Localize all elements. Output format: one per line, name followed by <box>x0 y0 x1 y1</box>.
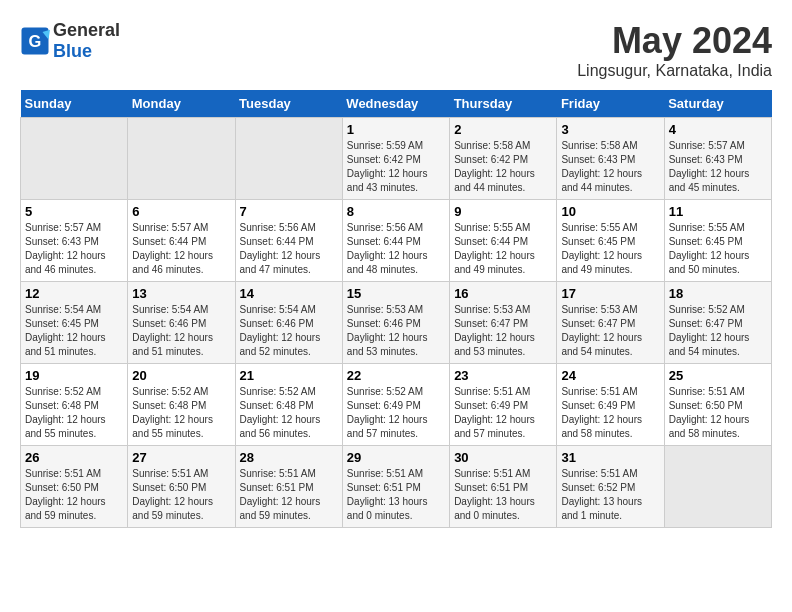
day-number: 1 <box>347 122 445 137</box>
week-row-3: 12Sunrise: 5:54 AM Sunset: 6:45 PM Dayli… <box>21 282 772 364</box>
day-header-saturday: Saturday <box>664 90 771 118</box>
day-info: Sunrise: 5:56 AM Sunset: 6:44 PM Dayligh… <box>240 221 338 277</box>
calendar-cell: 19Sunrise: 5:52 AM Sunset: 6:48 PM Dayli… <box>21 364 128 446</box>
calendar-cell: 11Sunrise: 5:55 AM Sunset: 6:45 PM Dayli… <box>664 200 771 282</box>
svg-text:G: G <box>29 32 42 50</box>
day-info: Sunrise: 5:51 AM Sunset: 6:50 PM Dayligh… <box>132 467 230 523</box>
day-number: 19 <box>25 368 123 383</box>
calendar-cell: 20Sunrise: 5:52 AM Sunset: 6:48 PM Dayli… <box>128 364 235 446</box>
calendar-cell: 1Sunrise: 5:59 AM Sunset: 6:42 PM Daylig… <box>342 118 449 200</box>
day-info: Sunrise: 5:51 AM Sunset: 6:51 PM Dayligh… <box>454 467 552 523</box>
calendar-cell: 26Sunrise: 5:51 AM Sunset: 6:50 PM Dayli… <box>21 446 128 528</box>
calendar-cell: 23Sunrise: 5:51 AM Sunset: 6:49 PM Dayli… <box>450 364 557 446</box>
day-info: Sunrise: 5:51 AM Sunset: 6:51 PM Dayligh… <box>240 467 338 523</box>
day-number: 23 <box>454 368 552 383</box>
calendar-cell: 29Sunrise: 5:51 AM Sunset: 6:51 PM Dayli… <box>342 446 449 528</box>
day-info: Sunrise: 5:54 AM Sunset: 6:45 PM Dayligh… <box>25 303 123 359</box>
day-number: 10 <box>561 204 659 219</box>
calendar-cell: 15Sunrise: 5:53 AM Sunset: 6:46 PM Dayli… <box>342 282 449 364</box>
calendar-cell: 8Sunrise: 5:56 AM Sunset: 6:44 PM Daylig… <box>342 200 449 282</box>
day-number: 2 <box>454 122 552 137</box>
calendar-cell: 12Sunrise: 5:54 AM Sunset: 6:45 PM Dayli… <box>21 282 128 364</box>
day-number: 22 <box>347 368 445 383</box>
day-number: 5 <box>25 204 123 219</box>
day-number: 16 <box>454 286 552 301</box>
calendar-cell: 10Sunrise: 5:55 AM Sunset: 6:45 PM Dayli… <box>557 200 664 282</box>
calendar-cell: 6Sunrise: 5:57 AM Sunset: 6:44 PM Daylig… <box>128 200 235 282</box>
calendar-cell: 16Sunrise: 5:53 AM Sunset: 6:47 PM Dayli… <box>450 282 557 364</box>
day-number: 29 <box>347 450 445 465</box>
day-number: 12 <box>25 286 123 301</box>
header-row: SundayMondayTuesdayWednesdayThursdayFrid… <box>21 90 772 118</box>
day-number: 14 <box>240 286 338 301</box>
day-number: 6 <box>132 204 230 219</box>
calendar-cell: 30Sunrise: 5:51 AM Sunset: 6:51 PM Dayli… <box>450 446 557 528</box>
logo-icon: G <box>20 26 50 56</box>
calendar-cell <box>235 118 342 200</box>
calendar-cell: 3Sunrise: 5:58 AM Sunset: 6:43 PM Daylig… <box>557 118 664 200</box>
day-number: 15 <box>347 286 445 301</box>
day-info: Sunrise: 5:52 AM Sunset: 6:48 PM Dayligh… <box>132 385 230 441</box>
header: G General Blue May 2024 Lingsugur, Karna… <box>20 20 772 80</box>
day-header-monday: Monday <box>128 90 235 118</box>
calendar-cell: 4Sunrise: 5:57 AM Sunset: 6:43 PM Daylig… <box>664 118 771 200</box>
calendar-title: May 2024 <box>577 20 772 62</box>
calendar-cell <box>664 446 771 528</box>
calendar-cell: 17Sunrise: 5:53 AM Sunset: 6:47 PM Dayli… <box>557 282 664 364</box>
day-info: Sunrise: 5:54 AM Sunset: 6:46 PM Dayligh… <box>240 303 338 359</box>
title-area: May 2024 Lingsugur, Karnataka, India <box>577 20 772 80</box>
calendar-subtitle: Lingsugur, Karnataka, India <box>577 62 772 80</box>
day-info: Sunrise: 5:59 AM Sunset: 6:42 PM Dayligh… <box>347 139 445 195</box>
day-info: Sunrise: 5:51 AM Sunset: 6:49 PM Dayligh… <box>454 385 552 441</box>
calendar-cell: 28Sunrise: 5:51 AM Sunset: 6:51 PM Dayli… <box>235 446 342 528</box>
day-info: Sunrise: 5:55 AM Sunset: 6:44 PM Dayligh… <box>454 221 552 277</box>
week-row-4: 19Sunrise: 5:52 AM Sunset: 6:48 PM Dayli… <box>21 364 772 446</box>
logo-general-text: General <box>53 20 120 40</box>
day-number: 30 <box>454 450 552 465</box>
day-header-sunday: Sunday <box>21 90 128 118</box>
day-header-wednesday: Wednesday <box>342 90 449 118</box>
calendar-cell: 5Sunrise: 5:57 AM Sunset: 6:43 PM Daylig… <box>21 200 128 282</box>
day-number: 7 <box>240 204 338 219</box>
calendar-cell: 2Sunrise: 5:58 AM Sunset: 6:42 PM Daylig… <box>450 118 557 200</box>
day-number: 3 <box>561 122 659 137</box>
week-row-5: 26Sunrise: 5:51 AM Sunset: 6:50 PM Dayli… <box>21 446 772 528</box>
day-number: 9 <box>454 204 552 219</box>
day-info: Sunrise: 5:56 AM Sunset: 6:44 PM Dayligh… <box>347 221 445 277</box>
calendar-cell: 7Sunrise: 5:56 AM Sunset: 6:44 PM Daylig… <box>235 200 342 282</box>
day-number: 18 <box>669 286 767 301</box>
calendar-cell: 21Sunrise: 5:52 AM Sunset: 6:48 PM Dayli… <box>235 364 342 446</box>
day-number: 31 <box>561 450 659 465</box>
day-info: Sunrise: 5:52 AM Sunset: 6:47 PM Dayligh… <box>669 303 767 359</box>
day-info: Sunrise: 5:51 AM Sunset: 6:50 PM Dayligh… <box>25 467 123 523</box>
day-number: 24 <box>561 368 659 383</box>
calendar-table: SundayMondayTuesdayWednesdayThursdayFrid… <box>20 90 772 528</box>
calendar-cell: 27Sunrise: 5:51 AM Sunset: 6:50 PM Dayli… <box>128 446 235 528</box>
day-info: Sunrise: 5:52 AM Sunset: 6:48 PM Dayligh… <box>25 385 123 441</box>
logo-blue-text: Blue <box>53 41 92 61</box>
day-header-friday: Friday <box>557 90 664 118</box>
day-number: 11 <box>669 204 767 219</box>
calendar-cell <box>128 118 235 200</box>
day-info: Sunrise: 5:51 AM Sunset: 6:51 PM Dayligh… <box>347 467 445 523</box>
day-info: Sunrise: 5:57 AM Sunset: 6:43 PM Dayligh… <box>25 221 123 277</box>
day-info: Sunrise: 5:54 AM Sunset: 6:46 PM Dayligh… <box>132 303 230 359</box>
day-number: 21 <box>240 368 338 383</box>
day-info: Sunrise: 5:58 AM Sunset: 6:43 PM Dayligh… <box>561 139 659 195</box>
day-info: Sunrise: 5:53 AM Sunset: 6:46 PM Dayligh… <box>347 303 445 359</box>
day-header-thursday: Thursday <box>450 90 557 118</box>
day-info: Sunrise: 5:57 AM Sunset: 6:44 PM Dayligh… <box>132 221 230 277</box>
day-number: 27 <box>132 450 230 465</box>
day-info: Sunrise: 5:57 AM Sunset: 6:43 PM Dayligh… <box>669 139 767 195</box>
logo: G General Blue <box>20 20 120 62</box>
day-info: Sunrise: 5:53 AM Sunset: 6:47 PM Dayligh… <box>454 303 552 359</box>
calendar-cell: 31Sunrise: 5:51 AM Sunset: 6:52 PM Dayli… <box>557 446 664 528</box>
day-number: 26 <box>25 450 123 465</box>
day-info: Sunrise: 5:55 AM Sunset: 6:45 PM Dayligh… <box>669 221 767 277</box>
day-number: 20 <box>132 368 230 383</box>
calendar-cell: 14Sunrise: 5:54 AM Sunset: 6:46 PM Dayli… <box>235 282 342 364</box>
day-info: Sunrise: 5:51 AM Sunset: 6:49 PM Dayligh… <box>561 385 659 441</box>
day-header-tuesday: Tuesday <box>235 90 342 118</box>
day-number: 28 <box>240 450 338 465</box>
day-info: Sunrise: 5:55 AM Sunset: 6:45 PM Dayligh… <box>561 221 659 277</box>
